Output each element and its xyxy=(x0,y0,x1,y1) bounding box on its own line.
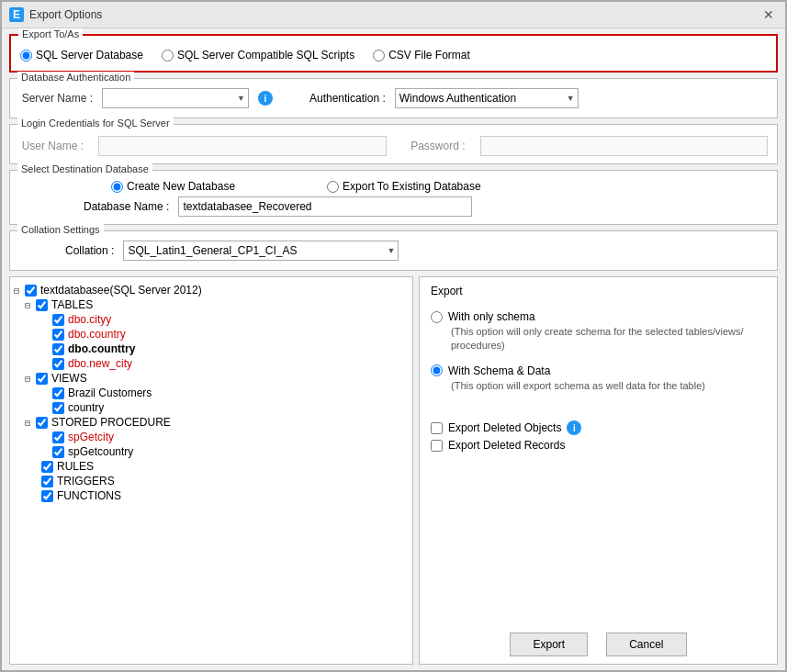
tree-item-functions[interactable]: FUNCTIONS xyxy=(14,488,409,503)
tree-item-spgetcountry[interactable]: spGetcountry xyxy=(14,444,409,459)
tree-collapse-icon-views[interactable]: ⊟ xyxy=(25,374,30,384)
radio-create-new-input[interactable] xyxy=(111,181,123,193)
button-row: Export Cancel xyxy=(431,623,766,656)
tree-item-root[interactable]: ⊟textdatabasee(SQL Server 2012) xyxy=(14,283,409,297)
select-destination-section: Select Destination Database Create New D… xyxy=(9,170,778,225)
auth-select[interactable]: Windows Authentication SQL Server Authen… xyxy=(395,88,579,108)
tree-label-triggers: TRIGGERS xyxy=(57,475,115,487)
tree-item-dbo_country[interactable]: dbo.country xyxy=(14,327,409,342)
export-deleted-records-label: Export Deleted Records xyxy=(448,439,565,452)
tree-label-views: VIEWS xyxy=(51,372,87,385)
tree-checkbox-spgetcity[interactable] xyxy=(52,431,64,443)
tree-item-spgetcity[interactable]: spGetcity xyxy=(14,430,409,444)
tree-checkbox-root[interactable] xyxy=(25,285,37,297)
server-name-label: Server Name : xyxy=(19,92,93,105)
tree-checkbox-dbo_counttry[interactable] xyxy=(52,343,64,355)
export-deleted-objects-label: Export Deleted Objects xyxy=(448,421,561,434)
server-info-icon[interactable]: i xyxy=(258,91,273,106)
cancel-button[interactable]: Cancel xyxy=(606,633,686,656)
tree-checkbox-triggers[interactable] xyxy=(41,476,53,487)
tree-item-country[interactable]: country xyxy=(14,400,409,415)
schema-data-radio[interactable] xyxy=(431,364,443,376)
db-name-input[interactable] xyxy=(178,196,472,217)
tree-item-triggers[interactable]: TRIGGERS xyxy=(14,474,409,488)
tree-panel: ⊟textdatabasee(SQL Server 2012)⊟TABLESdb… xyxy=(9,276,413,665)
tree-label-stored_proc: STORED PROCEDURE xyxy=(51,416,171,429)
tree-checkbox-stored_proc[interactable] xyxy=(36,417,48,429)
tree-item-views[interactable]: ⊟VIEWS xyxy=(14,371,409,386)
deleted-objects-info-icon[interactable]: i xyxy=(567,420,581,435)
export-deleted-objects-checkbox[interactable] xyxy=(431,422,443,434)
collation-row: Collation : SQL_Latin1_General_CP1_CI_AS xyxy=(65,241,768,261)
radio-csv-input[interactable] xyxy=(373,50,385,62)
radio-create-new[interactable]: Create New Database xyxy=(111,180,235,193)
export-options-dialog: E Export Options ✕ Export To/As SQL Serv… xyxy=(0,0,787,672)
tree-checkbox-spgetcountry[interactable] xyxy=(52,446,64,458)
radio-export-existing-input[interactable] xyxy=(327,181,339,193)
schema-data-desc: (This option will export schema as well … xyxy=(451,379,766,393)
auth-wrapper: Windows Authentication SQL Server Authen… xyxy=(395,88,579,108)
bottom-area: ⊟textdatabasee(SQL Server 2012)⊟TABLESdb… xyxy=(9,276,778,665)
tree-item-rules[interactable]: RULES xyxy=(14,459,409,474)
username-input[interactable] xyxy=(98,136,387,156)
titlebar-left: E Export Options xyxy=(9,7,102,22)
username-label: User Name : xyxy=(19,140,84,152)
collation-wrapper: SQL_Latin1_General_CP1_CI_AS xyxy=(123,241,399,261)
tree-collapse-icon-tables[interactable]: ⊟ xyxy=(25,300,30,310)
export-button[interactable]: Export xyxy=(510,633,588,656)
radio-sql-server-input[interactable] xyxy=(20,50,32,62)
login-credentials-section: Login Credentials for SQL Server User Na… xyxy=(9,124,778,164)
radio-export-existing-label: Export To Existing Database xyxy=(343,180,481,193)
server-name-select[interactable] xyxy=(102,88,249,108)
tree-checkbox-tables[interactable] xyxy=(36,299,48,311)
tree-item-dbo_cityy[interactable]: dbo.cityy xyxy=(14,312,409,327)
radio-create-new-label: Create New Database xyxy=(127,180,235,193)
export-deleted-records-checkbox[interactable] xyxy=(431,440,443,452)
radio-export-existing[interactable]: Export To Existing Database xyxy=(327,180,481,193)
tree-item-brazil_customers[interactable]: Brazil Customers xyxy=(14,386,409,400)
collation-select[interactable]: SQL_Latin1_General_CP1_CI_AS xyxy=(123,241,399,261)
tree-label-spgetcountry: spGetcountry xyxy=(68,445,133,458)
select-destination-body: Create New Database Export To Existing D… xyxy=(19,180,768,217)
tree-label-dbo_new_city: dbo.new_city xyxy=(68,357,132,370)
export-panel-title: Export xyxy=(431,285,766,297)
db-auth-title: Database Authentication xyxy=(17,72,134,83)
export-deleted-objects-item: Export Deleted Objects i xyxy=(431,420,766,435)
tree-checkbox-brazil_customers[interactable] xyxy=(52,387,64,399)
schema-data-option: With Schema & Data (This option will exp… xyxy=(431,364,766,393)
schema-only-desc: (This option will only create schema for… xyxy=(451,325,766,353)
tree-item-stored_proc[interactable]: ⊟STORED PROCEDURE xyxy=(14,415,409,430)
tree-checkbox-dbo_new_city[interactable] xyxy=(52,358,64,370)
tree-checkbox-country[interactable] xyxy=(52,402,64,414)
password-label: Password : xyxy=(401,140,466,152)
tree-label-dbo_country: dbo.country xyxy=(68,328,126,341)
password-input[interactable] xyxy=(480,136,769,156)
tree-checkbox-functions[interactable] xyxy=(41,490,53,502)
tree-collapse-icon-stored_proc[interactable]: ⊟ xyxy=(25,418,30,428)
collation-section: Collation Settings Collation : SQL_Latin… xyxy=(9,230,778,271)
tree-item-dbo_counttry[interactable]: dbo.counttry xyxy=(14,342,409,356)
schema-only-radio[interactable] xyxy=(431,311,443,323)
schema-only-radio-label[interactable]: With only schema xyxy=(431,310,766,323)
export-deleted-records-item: Export Deleted Records xyxy=(431,439,766,452)
tree-checkbox-dbo_country[interactable] xyxy=(52,329,64,341)
radio-sql-scripts-input[interactable] xyxy=(162,50,174,62)
db-auth-body: Server Name : i Authentication : Windows… xyxy=(19,88,768,108)
titlebar: E Export Options ✕ xyxy=(2,2,785,28)
tree-item-dbo_new_city[interactable]: dbo.new_city xyxy=(14,356,409,371)
tree-container: ⊟textdatabasee(SQL Server 2012)⊟TABLESdb… xyxy=(14,283,409,503)
schema-data-radio-label[interactable]: With Schema & Data xyxy=(431,364,766,377)
tree-checkbox-views[interactable] xyxy=(36,373,48,385)
radio-csv[interactable]: CSV File Format xyxy=(373,49,470,62)
radio-sql-server[interactable]: SQL Server Database xyxy=(20,49,143,62)
tree-item-tables[interactable]: ⊟TABLES xyxy=(14,297,409,312)
tree-checkbox-dbo_cityy[interactable] xyxy=(52,314,64,326)
schema-data-label: With Schema & Data xyxy=(448,364,550,377)
tree-checkbox-rules[interactable] xyxy=(41,461,53,473)
tree-collapse-icon-root[interactable]: ⊟ xyxy=(14,286,19,296)
checkbox-group: Export Deleted Objects i Export Deleted … xyxy=(431,417,766,455)
db-name-label: Database Name : xyxy=(84,200,169,213)
server-name-wrapper xyxy=(102,88,249,108)
radio-sql-scripts[interactable]: SQL Server Compatible SQL Scripts xyxy=(162,49,354,62)
close-button[interactable]: ✕ xyxy=(759,6,778,24)
